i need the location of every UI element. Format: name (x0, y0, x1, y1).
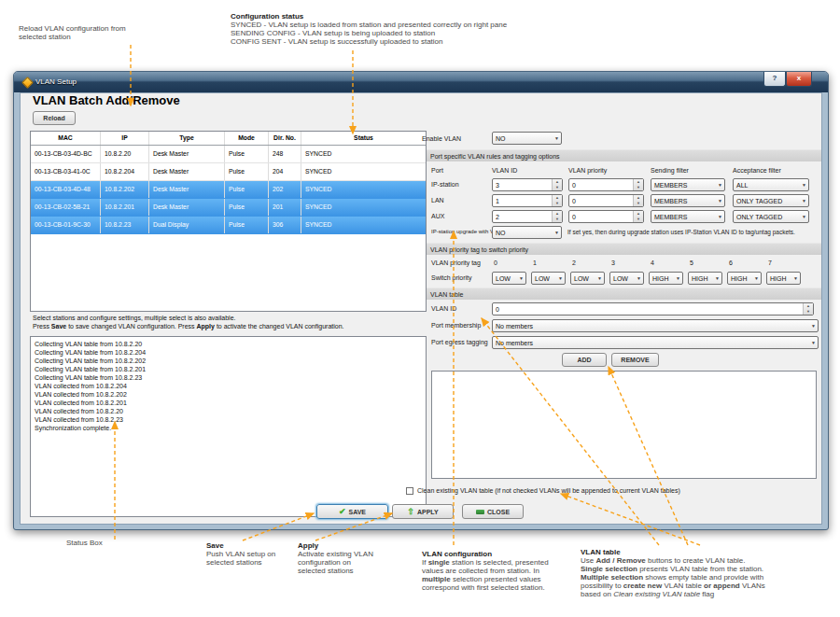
app-icon (21, 77, 34, 89)
log-line: Collecting VLAN table from 10.8.2.201 (35, 365, 426, 373)
table-row-selected[interactable]: 00-13-CB-03-4D-48 10.8.2.202 Desk Master… (31, 181, 426, 199)
window-close-button[interactable]: x (786, 72, 812, 87)
spinner-buttons-icon[interactable]: ▲▼ (633, 179, 643, 190)
switch-priority-7-dropdown[interactable]: HIGH▼ (766, 272, 801, 285)
vlan-id-spinner[interactable]: 0▲▼ (492, 302, 814, 316)
aux-vlan-id-spinner[interactable]: 2▲▼ (492, 210, 563, 223)
log-line: VLAN collected from 10.8.2.202 (35, 390, 426, 399)
chevron-down-icon: ▼ (809, 340, 818, 345)
port-egress-dropdown[interactable]: No members▼ (492, 336, 819, 349)
chevron-down-icon: ▼ (800, 198, 808, 203)
spinner-buttons-icon[interactable]: ▲▼ (552, 211, 562, 222)
instructions-line2: Press Save to save changed VLAN configur… (33, 323, 344, 330)
tag-3: 3 (611, 259, 615, 266)
vlan-configuration-annotation: VLAN configuration If single station is … (422, 550, 549, 592)
log-line: VLAN collected from 10.8.2.204 (35, 382, 426, 390)
chevron-down-icon: ▼ (556, 275, 565, 281)
priority-tag-label: VLAN priority tag (431, 259, 481, 266)
chevron-down-icon: ▼ (716, 214, 724, 219)
ip-station-priority-spinner[interactable]: 0▲▼ (568, 178, 644, 191)
chevron-down-icon: ▼ (517, 275, 525, 281)
col-port: Port (431, 167, 443, 174)
window-title: VLAN Setup (35, 77, 77, 86)
ip-station-acceptance-filter-dropdown[interactable]: ALL▼ (733, 178, 809, 191)
port-egress-label: Port egress tagging (431, 339, 488, 345)
tag-7: 7 (768, 259, 772, 266)
table-header-row: MAC IP Type Mode Dir. No. Status (31, 132, 426, 146)
port-membership-dropdown[interactable]: No members▼ (492, 319, 819, 332)
apply-annotation: Apply Activate existing VLAN configurati… (298, 541, 373, 575)
row-label-lan: LAN (431, 197, 444, 203)
col-sending-filter: Sending filter (651, 167, 689, 174)
spinner-buttons-icon[interactable]: ▲▼ (552, 179, 562, 190)
check-icon: ✔ (339, 507, 346, 516)
row-label-aux: AUX (431, 213, 444, 219)
status-box-annotation: Status Box (66, 539, 103, 547)
lan-priority-spinner[interactable]: 0▲▼ (568, 194, 644, 207)
table-row-selected[interactable]: 00-13-CB-02-5B-21 10.8.2.201 Desk Master… (31, 199, 426, 217)
chevron-down-icon: ▼ (800, 182, 808, 188)
up-arrow-icon: ⇧ (407, 507, 414, 516)
save-button[interactable]: ✔SAVE (316, 504, 388, 519)
vlan-table-band: VLAN table (427, 287, 821, 300)
help-button[interactable]: ? (763, 72, 786, 87)
switch-priority-0-dropdown[interactable]: LOW▼ (492, 272, 526, 285)
chevron-down-icon: ▼ (791, 275, 800, 281)
chevron-down-icon: ▼ (553, 230, 561, 235)
log-line: Collecting VLAN table from 10.8.2.20 (35, 340, 426, 348)
enable-vlan-dropdown[interactable]: NO▼ (492, 132, 562, 145)
aux-acceptance-filter-dropdown[interactable]: ONLY TAGGED▼ (733, 210, 809, 223)
close-button[interactable]: CLOSE (462, 504, 524, 519)
clean-vlan-checkbox[interactable] (406, 487, 413, 495)
tag-1: 1 (533, 259, 537, 266)
switch-priority-5-dropdown[interactable]: HIGH▼ (688, 272, 722, 285)
spinner-buttons-icon[interactable]: ▲▼ (633, 195, 643, 206)
remove-button[interactable]: REMOVE (611, 353, 659, 367)
apply-button[interactable]: ⇧APPLY (392, 504, 454, 519)
ip-station-sending-filter-dropdown[interactable]: MEMBERS▼ (651, 178, 725, 191)
table-row-selected[interactable]: 00-13-CB-01-9C-30 10.8.2.23 Dual Display… (31, 217, 426, 234)
chevron-down-icon: ▼ (809, 323, 818, 329)
switch-priority-2-dropdown[interactable]: LOW▼ (570, 272, 605, 285)
add-button[interactable]: ADD (562, 353, 607, 367)
lan-vlan-id-spinner[interactable]: 1▲▼ (492, 194, 563, 207)
station-table[interactable]: MAC IP Type Mode Dir. No. Status 00-13-C… (30, 131, 427, 312)
screenshot-canvas: Reload VLAN configuration from selected … (0, 0, 840, 617)
switch-priority-6-dropdown[interactable]: HIGH▼ (727, 272, 762, 285)
chevron-down-icon: ▼ (716, 182, 724, 188)
aux-sending-filter-dropdown[interactable]: MEMBERS▼ (651, 210, 725, 223)
lan-acceptance-filter-dropdown[interactable]: ONLY TAGGED▼ (733, 194, 809, 207)
title-bar[interactable]: VLAN Setup ? x (14, 72, 828, 92)
chevron-down-icon: ▼ (635, 275, 643, 281)
switch-priority-3-dropdown[interactable]: LOW▼ (609, 272, 644, 285)
chevron-down-icon: ▼ (716, 198, 724, 203)
spinner-buttons-icon[interactable]: ▲▼ (803, 303, 813, 315)
switch-priority-4-dropdown[interactable]: HIGH▼ (649, 272, 683, 285)
vlan-setup-window: VLAN Setup ? x VLAN Batch Add/Remove Rel… (13, 71, 829, 530)
lan-sending-filter-dropdown[interactable]: MEMBERS▼ (651, 194, 725, 207)
col-vlan-priority: VLAN priority (568, 167, 607, 174)
reload-button[interactable]: Reload (33, 111, 76, 125)
log-line: VLAN collected from 10.8.2.23 (35, 415, 426, 424)
log-line: VLAN collected from 10.8.2.20 (35, 407, 426, 415)
priority-band: VLAN priority tag to switch priority (427, 243, 821, 255)
table-row[interactable]: 00-13-CB-03-4D-BC 10.8.2.20 Desk Master … (31, 146, 426, 163)
log-line: Collecting VLAN table from 10.8.2.23 (35, 373, 426, 382)
log-line: VLAN collected from 10.8.2.201 (35, 399, 426, 407)
reload-annotation: Reload VLAN configuration from selected … (19, 24, 126, 41)
upgrade-note: If set yes, then during upgrade station … (567, 229, 795, 235)
tag-2: 2 (572, 259, 576, 266)
switch-priority-1-dropdown[interactable]: LOW▼ (531, 272, 566, 285)
spinner-buttons-icon[interactable]: ▲▼ (633, 211, 643, 222)
vlan-table-list[interactable] (431, 371, 817, 479)
spinner-buttons-icon[interactable]: ▲▼ (552, 195, 562, 206)
chevron-down-icon: ▼ (595, 275, 604, 281)
status-log-box[interactable]: Collecting VLAN table from 10.8.2.20 Col… (30, 336, 427, 517)
aux-priority-spinner[interactable]: 0▲▼ (568, 210, 644, 223)
table-row[interactable]: 00-13-CB-03-41-0C 10.8.2.204 Desk Master… (31, 163, 426, 181)
window-body: VLAN Batch Add/Remove Reload MAC IP Type… (20, 92, 822, 525)
ip-station-vlan-id-spinner[interactable]: 3▲▼ (492, 178, 563, 191)
clean-vlan-checkbox-label: Clean existing VLAN table (if not checke… (417, 487, 680, 494)
upgrade-dropdown[interactable]: NO▼ (492, 226, 562, 239)
port-rules-band: Port specific VLAN rules and tagging opt… (427, 149, 821, 161)
